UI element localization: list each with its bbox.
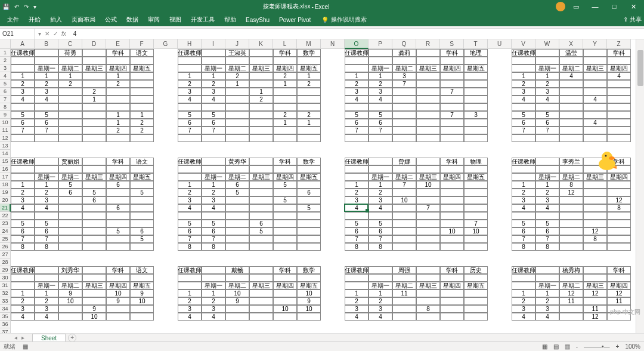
cell[interactable]: 1 [535, 181, 559, 189]
cell[interactable] [130, 220, 154, 227]
cell[interactable]: 3 [202, 196, 225, 204]
cell[interactable] [106, 103, 130, 111]
cell[interactable] [607, 243, 631, 251]
cell[interactable] [369, 274, 392, 282]
cell[interactable] [440, 181, 464, 189]
cell[interactable] [345, 165, 369, 173]
cell[interactable]: 1 [512, 290, 535, 297]
cell[interactable] [464, 305, 488, 313]
cell[interactable]: 星期五 [464, 282, 488, 290]
cell[interactable] [249, 235, 273, 243]
cell[interactable] [464, 189, 488, 196]
cell[interactable] [440, 305, 464, 313]
cell[interactable] [464, 243, 488, 251]
cell[interactable]: 4 [178, 313, 202, 321]
cell[interactable] [559, 274, 583, 282]
cell[interactable] [35, 57, 58, 64]
cell[interactable] [178, 274, 202, 282]
cell[interactable] [416, 57, 440, 64]
cell[interactable] [440, 243, 464, 251]
row-header-14[interactable]: 14 [0, 150, 11, 158]
cell[interactable] [58, 274, 82, 282]
cell[interactable] [35, 274, 58, 282]
cell[interactable] [11, 64, 35, 72]
cell[interactable] [202, 212, 225, 220]
cell[interactable]: 3 [35, 88, 58, 96]
cell[interactable] [392, 227, 416, 235]
cell[interactable] [345, 173, 369, 181]
cell[interactable] [273, 127, 297, 134]
cell[interactable]: 12 [583, 227, 607, 235]
cell[interactable] [82, 235, 106, 243]
cell[interactable] [249, 119, 273, 127]
col-header-O[interactable]: O [345, 39, 369, 49]
cell[interactable] [273, 57, 297, 64]
cell[interactable]: 6 [535, 119, 559, 127]
cell[interactable]: 1 [35, 290, 58, 297]
cell[interactable] [392, 204, 416, 212]
cell[interactable] [178, 212, 202, 220]
undo-icon[interactable]: ↶ [14, 4, 19, 10]
cell[interactable]: 1 [11, 181, 35, 189]
cell[interactable]: 12 [583, 290, 607, 297]
cell[interactable] [464, 297, 488, 305]
cell[interactable]: 6 [202, 227, 225, 235]
cell[interactable] [392, 274, 416, 282]
cell[interactable] [440, 57, 464, 64]
cell[interactable]: 3 [345, 196, 369, 204]
cell[interactable]: 学科 [607, 49, 631, 57]
cell[interactable]: 历史 [464, 266, 488, 274]
cell[interactable] [583, 72, 607, 80]
cell[interactable] [106, 235, 130, 243]
cell[interactable] [225, 103, 249, 111]
cell[interactable] [512, 134, 535, 142]
cell[interactable] [535, 274, 559, 282]
cell[interactable]: 7 [392, 80, 416, 88]
cell[interactable] [82, 80, 106, 88]
cell[interactable] [559, 220, 583, 227]
cell[interactable]: 星期五 [297, 173, 321, 181]
cell[interactable] [512, 57, 535, 64]
cell[interactable]: 星期五 [130, 64, 154, 72]
cell[interactable] [82, 266, 106, 274]
cell[interactable]: 任课教师 [178, 158, 202, 165]
row-header-18[interactable]: 18 [0, 181, 11, 189]
cell[interactable]: 任课教师 [11, 158, 35, 165]
cell[interactable] [607, 189, 631, 196]
cell[interactable]: 10 [106, 290, 130, 297]
cell[interactable] [416, 134, 440, 142]
row-header-19[interactable]: 19 [0, 189, 11, 196]
cell[interactable] [345, 103, 369, 111]
cell[interactable] [106, 313, 130, 321]
cell[interactable] [178, 103, 202, 111]
cell[interactable]: 7 [512, 127, 535, 134]
cell[interactable]: 星期一 [369, 173, 392, 181]
cell[interactable]: 10 [58, 297, 82, 305]
row-header-36[interactable]: 36 [0, 321, 11, 328]
cell[interactable] [225, 127, 249, 134]
ribbon-tab-7[interactable]: 视图 [165, 13, 186, 26]
cell[interactable] [512, 165, 535, 173]
cell[interactable]: 4 [607, 72, 631, 80]
cell[interactable]: 星期三 [249, 64, 273, 72]
cell[interactable]: 周强 [392, 266, 416, 274]
cell[interactable] [392, 111, 416, 119]
cell[interactable] [225, 196, 249, 204]
cell[interactable]: 2 [535, 297, 559, 305]
cell[interactable] [249, 305, 273, 313]
cell[interactable]: 龚莉 [392, 49, 416, 57]
col-header-B[interactable]: B [35, 39, 58, 49]
cell[interactable]: 7 [178, 127, 202, 134]
cell[interactable]: 1 [106, 72, 130, 80]
macro-icon[interactable]: ▦ [23, 343, 28, 350]
cell[interactable] [535, 212, 559, 220]
cell[interactable] [369, 49, 392, 57]
cell[interactable] [440, 72, 464, 80]
cell[interactable] [297, 127, 321, 134]
cell[interactable]: 1 [11, 72, 35, 80]
cell[interactable]: 8 [345, 243, 369, 251]
cell[interactable] [82, 290, 106, 297]
cell[interactable]: 1 [35, 181, 58, 189]
cell[interactable] [273, 243, 297, 251]
cell[interactable] [202, 158, 225, 165]
